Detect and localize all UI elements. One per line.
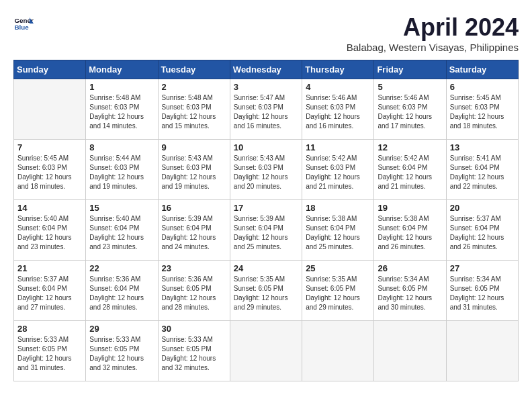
day-info: Sunrise: 5:47 AMSunset: 6:03 PMDaylight:… bbox=[234, 93, 298, 131]
day-number: 10 bbox=[234, 142, 298, 152]
calendar-cell bbox=[14, 79, 86, 140]
calendar-cell: 6Sunrise: 5:45 AMSunset: 6:03 PMDaylight… bbox=[446, 79, 518, 140]
calendar-cell: 5Sunrise: 5:46 AMSunset: 6:03 PMDaylight… bbox=[374, 79, 446, 140]
month-title: April 2024 bbox=[347, 13, 519, 42]
day-info: Sunrise: 5:36 AMSunset: 6:04 PMDaylight:… bbox=[89, 275, 154, 312]
calendar-table: SundayMondayTuesdayWednesdayThursdayFrid… bbox=[13, 60, 519, 381]
calendar-cell: 16Sunrise: 5:39 AMSunset: 6:04 PMDayligh… bbox=[158, 200, 230, 261]
day-info: Sunrise: 5:45 AMSunset: 6:03 PMDaylight:… bbox=[450, 93, 515, 131]
calendar-cell: 28Sunrise: 5:33 AMSunset: 6:05 PMDayligh… bbox=[14, 321, 86, 381]
title-area: April 2024 Balabag, Western Visayas, Phi… bbox=[347, 13, 519, 53]
day-info: Sunrise: 5:33 AMSunset: 6:05 PMDaylight:… bbox=[89, 335, 154, 373]
day-info: Sunrise: 5:39 AMSunset: 6:04 PMDaylight:… bbox=[162, 214, 226, 252]
day-info: Sunrise: 5:34 AMSunset: 6:05 PMDaylight:… bbox=[378, 275, 442, 312]
week-row-2: 7Sunrise: 5:45 AMSunset: 6:03 PMDaylight… bbox=[14, 140, 519, 200]
logo-icon: General Blue bbox=[13, 13, 34, 34]
day-number: 30 bbox=[162, 324, 226, 334]
weekday-header-friday: Friday bbox=[374, 60, 446, 79]
week-row-5: 28Sunrise: 5:33 AMSunset: 6:05 PMDayligh… bbox=[14, 321, 519, 381]
day-number: 2 bbox=[162, 82, 226, 92]
day-number: 16 bbox=[162, 203, 226, 213]
day-info: Sunrise: 5:43 AMSunset: 6:03 PMDaylight:… bbox=[234, 154, 298, 191]
weekday-header-sunday: Sunday bbox=[14, 60, 86, 79]
calendar-cell: 9Sunrise: 5:43 AMSunset: 6:03 PMDaylight… bbox=[158, 140, 230, 200]
day-number: 13 bbox=[450, 142, 515, 152]
calendar-cell bbox=[446, 321, 518, 381]
calendar-cell: 18Sunrise: 5:38 AMSunset: 6:04 PMDayligh… bbox=[302, 200, 374, 261]
calendar-cell: 22Sunrise: 5:36 AMSunset: 6:04 PMDayligh… bbox=[86, 261, 158, 321]
subtitle: Balabag, Western Visayas, Philippines bbox=[347, 42, 519, 53]
calendar-cell: 20Sunrise: 5:37 AMSunset: 6:04 PMDayligh… bbox=[446, 200, 518, 261]
day-number: 8 bbox=[89, 142, 154, 152]
day-number: 25 bbox=[306, 263, 370, 273]
calendar-cell bbox=[230, 321, 302, 381]
day-info: Sunrise: 5:48 AMSunset: 6:03 PMDaylight:… bbox=[162, 93, 226, 131]
calendar-cell: 19Sunrise: 5:38 AMSunset: 6:04 PMDayligh… bbox=[374, 200, 446, 261]
day-number: 21 bbox=[17, 263, 82, 273]
day-number: 27 bbox=[450, 263, 515, 273]
calendar-cell: 14Sunrise: 5:40 AMSunset: 6:04 PMDayligh… bbox=[14, 200, 86, 261]
day-info: Sunrise: 5:44 AMSunset: 6:03 PMDaylight:… bbox=[89, 154, 154, 191]
day-number: 7 bbox=[17, 142, 82, 152]
calendar-cell: 30Sunrise: 5:33 AMSunset: 6:05 PMDayligh… bbox=[158, 321, 230, 381]
page-header: General Blue April 2024 Balabag, Western… bbox=[13, 13, 519, 53]
week-row-3: 14Sunrise: 5:40 AMSunset: 6:04 PMDayligh… bbox=[14, 200, 519, 261]
weekday-header-thursday: Thursday bbox=[302, 60, 374, 79]
day-number: 15 bbox=[89, 203, 154, 213]
day-info: Sunrise: 5:42 AMSunset: 6:04 PMDaylight:… bbox=[378, 154, 442, 191]
day-number: 3 bbox=[234, 82, 298, 92]
day-number: 9 bbox=[162, 142, 226, 152]
day-number: 26 bbox=[378, 263, 442, 273]
calendar-cell: 13Sunrise: 5:41 AMSunset: 6:04 PMDayligh… bbox=[446, 140, 518, 200]
day-info: Sunrise: 5:34 AMSunset: 6:05 PMDaylight:… bbox=[450, 275, 515, 312]
day-info: Sunrise: 5:43 AMSunset: 6:03 PMDaylight:… bbox=[162, 154, 226, 191]
day-number: 19 bbox=[378, 203, 442, 213]
calendar-cell: 21Sunrise: 5:37 AMSunset: 6:04 PMDayligh… bbox=[14, 261, 86, 321]
weekday-header-monday: Monday bbox=[86, 60, 158, 79]
day-info: Sunrise: 5:46 AMSunset: 6:03 PMDaylight:… bbox=[378, 93, 442, 131]
day-info: Sunrise: 5:40 AMSunset: 6:04 PMDaylight:… bbox=[17, 214, 82, 252]
day-number: 6 bbox=[450, 82, 515, 92]
calendar-cell bbox=[302, 321, 374, 381]
calendar-cell: 2Sunrise: 5:48 AMSunset: 6:03 PMDaylight… bbox=[158, 79, 230, 140]
day-number: 14 bbox=[17, 203, 82, 213]
weekday-header-tuesday: Tuesday bbox=[158, 60, 230, 79]
day-number: 5 bbox=[378, 82, 442, 92]
calendar-cell: 10Sunrise: 5:43 AMSunset: 6:03 PMDayligh… bbox=[230, 140, 302, 200]
calendar-cell: 27Sunrise: 5:34 AMSunset: 6:05 PMDayligh… bbox=[446, 261, 518, 321]
day-info: Sunrise: 5:46 AMSunset: 6:03 PMDaylight:… bbox=[306, 93, 370, 131]
calendar-cell: 11Sunrise: 5:42 AMSunset: 6:03 PMDayligh… bbox=[302, 140, 374, 200]
svg-text:Blue: Blue bbox=[15, 24, 30, 31]
day-info: Sunrise: 5:37 AMSunset: 6:04 PMDaylight:… bbox=[17, 275, 82, 312]
day-info: Sunrise: 5:40 AMSunset: 6:04 PMDaylight:… bbox=[89, 214, 154, 252]
calendar-cell: 17Sunrise: 5:39 AMSunset: 6:04 PMDayligh… bbox=[230, 200, 302, 261]
day-info: Sunrise: 5:36 AMSunset: 6:05 PMDaylight:… bbox=[162, 275, 226, 312]
day-info: Sunrise: 5:38 AMSunset: 6:04 PMDaylight:… bbox=[306, 214, 370, 252]
calendar-cell: 24Sunrise: 5:35 AMSunset: 6:05 PMDayligh… bbox=[230, 261, 302, 321]
day-info: Sunrise: 5:38 AMSunset: 6:04 PMDaylight:… bbox=[378, 214, 442, 252]
day-number: 12 bbox=[378, 142, 442, 152]
weekday-header-saturday: Saturday bbox=[446, 60, 518, 79]
day-info: Sunrise: 5:35 AMSunset: 6:05 PMDaylight:… bbox=[234, 275, 298, 312]
day-info: Sunrise: 5:41 AMSunset: 6:04 PMDaylight:… bbox=[450, 154, 515, 191]
calendar-cell: 4Sunrise: 5:46 AMSunset: 6:03 PMDaylight… bbox=[302, 79, 374, 140]
week-row-4: 21Sunrise: 5:37 AMSunset: 6:04 PMDayligh… bbox=[14, 261, 519, 321]
calendar-cell: 25Sunrise: 5:35 AMSunset: 6:05 PMDayligh… bbox=[302, 261, 374, 321]
day-info: Sunrise: 5:37 AMSunset: 6:04 PMDaylight:… bbox=[450, 214, 515, 252]
day-info: Sunrise: 5:45 AMSunset: 6:03 PMDaylight:… bbox=[17, 154, 82, 191]
calendar-cell: 12Sunrise: 5:42 AMSunset: 6:04 PMDayligh… bbox=[374, 140, 446, 200]
day-info: Sunrise: 5:48 AMSunset: 6:03 PMDaylight:… bbox=[89, 93, 154, 131]
day-number: 20 bbox=[450, 203, 515, 213]
calendar-cell: 15Sunrise: 5:40 AMSunset: 6:04 PMDayligh… bbox=[86, 200, 158, 261]
calendar-cell: 7Sunrise: 5:45 AMSunset: 6:03 PMDaylight… bbox=[14, 140, 86, 200]
day-info: Sunrise: 5:35 AMSunset: 6:05 PMDaylight:… bbox=[306, 275, 370, 312]
calendar-cell: 1Sunrise: 5:48 AMSunset: 6:03 PMDaylight… bbox=[86, 79, 158, 140]
calendar-cell: 29Sunrise: 5:33 AMSunset: 6:05 PMDayligh… bbox=[86, 321, 158, 381]
weekday-header-wednesday: Wednesday bbox=[230, 60, 302, 79]
calendar-cell bbox=[374, 321, 446, 381]
weekday-header-row: SundayMondayTuesdayWednesdayThursdayFrid… bbox=[14, 60, 519, 79]
week-row-1: 1Sunrise: 5:48 AMSunset: 6:03 PMDaylight… bbox=[14, 79, 519, 140]
day-number: 29 bbox=[89, 324, 154, 334]
day-number: 23 bbox=[162, 263, 226, 273]
calendar-cell: 8Sunrise: 5:44 AMSunset: 6:03 PMDaylight… bbox=[86, 140, 158, 200]
